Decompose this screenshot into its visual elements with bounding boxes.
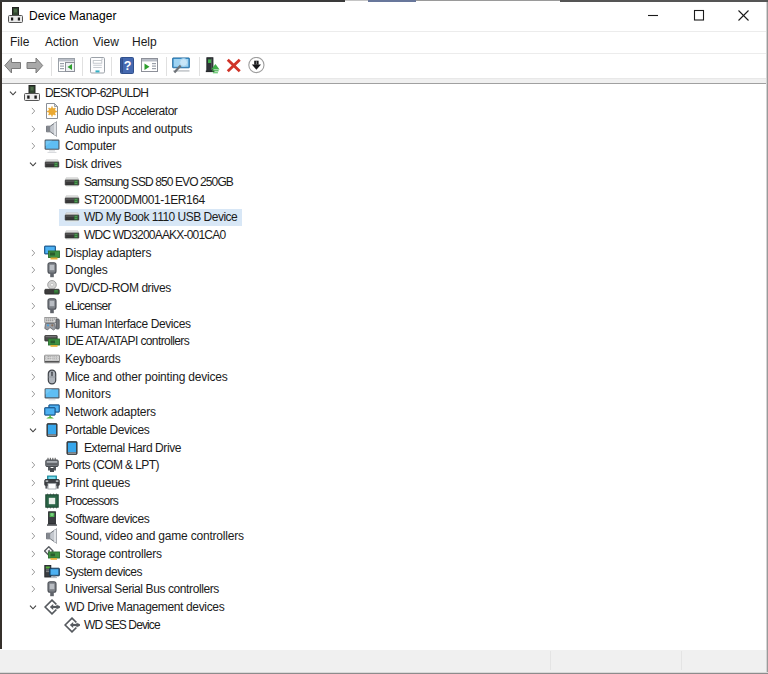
svg-text:?: ? <box>124 59 132 73</box>
